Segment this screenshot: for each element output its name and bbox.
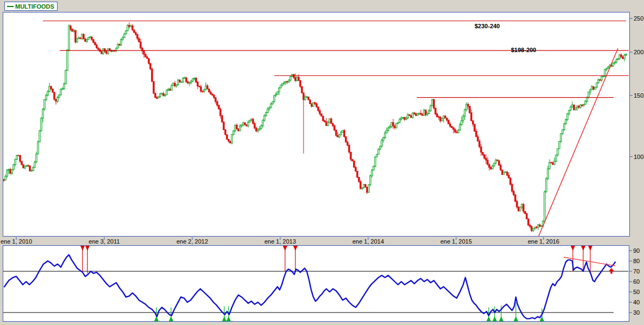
price-annotation: $230-240: [475, 23, 500, 29]
time-axis: ene 1, 2010ene 3, 2011ene 2, 2012ene 1, …: [1, 237, 559, 245]
time-axis-label: ene 1, 2014: [352, 238, 384, 245]
price-axis-label: 200,: [634, 49, 644, 55]
time-axis-label: ene 1, 2013: [264, 238, 296, 245]
oscillator-axis-label: 50: [633, 289, 640, 295]
time-axis-label: ene 3, 2011: [89, 238, 119, 245]
price-axis-label: 250,: [634, 15, 644, 22]
breakout-arrow-stem: [610, 271, 612, 274]
oscillator-axis-label: 70: [633, 268, 640, 275]
chart-canvas[interactable]: $230-240$198-200ene 1, 2010ene 3, 2011en…: [0, 0, 644, 325]
series-name: MULTIFOODS: [15, 3, 54, 10]
price-axis-label: 150,: [634, 92, 644, 99]
chart-window: MULTIFOODS $230-240$198-200ene 1, 2010en…: [0, 0, 644, 325]
indicator-panel[interactable]: [3, 246, 629, 322]
oscillator-axis-label: 90: [633, 247, 640, 254]
series-color-dash: [7, 6, 14, 7]
chart-legend[interactable]: MULTIFOODS: [4, 2, 58, 11]
oscillator-axis-label: 60: [633, 278, 640, 285]
time-axis-label: ene 2, 2012: [176, 238, 208, 245]
time-axis-label: ene 1, 2015: [440, 238, 472, 245]
oscillator-axis-label: 40: [633, 299, 640, 305]
price-axis-label: 100,: [634, 154, 644, 160]
oscillator-axis-label: 30: [633, 309, 640, 316]
time-axis-label: ene 1, 2010: [1, 238, 32, 245]
price-annotation: $198-200: [511, 47, 536, 53]
price-axis: 250,200,150,100,: [630, 15, 644, 160]
oscillator-axis: 90807060504030: [629, 247, 640, 316]
time-axis-label: ene 1, 2016: [528, 238, 559, 245]
oscillator-axis-label: 80: [633, 258, 640, 264]
